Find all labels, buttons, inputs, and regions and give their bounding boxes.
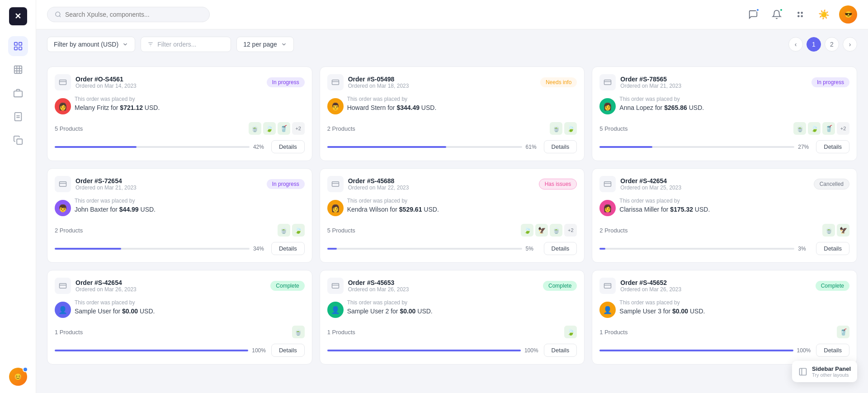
order-id: Order #O-S4561 <box>75 76 137 83</box>
order-placer-text: This order was placed by Kendra Wilson f… <box>347 198 439 218</box>
customer-avatar: 👩 <box>599 98 616 114</box>
order-info: Order #S-78565 Ordered on Mar 21, 2023 <box>620 76 681 89</box>
progress-bar-fill <box>327 350 521 351</box>
svg-rect-31 <box>332 182 339 187</box>
amount-filter[interactable]: Filter by amount (USD) <box>47 37 135 52</box>
details-button[interactable]: Details <box>816 344 849 357</box>
order-header: Order #S-45652 Ordered on Mar 26, 2023 C… <box>599 278 849 294</box>
svg-rect-33 <box>604 182 611 187</box>
order-placer-text: This order was placed by Sample User 2 f… <box>347 299 433 320</box>
sidebar-item-grid[interactable] <box>8 60 28 80</box>
notification-button[interactable] <box>769 6 785 23</box>
order-header-left: Order #O-S4561 Ordered on Mar 14, 2023 <box>55 74 137 90</box>
product-thumbnail: 🍵 <box>822 224 835 237</box>
order-placer: 👤 This order was placed by Sample User 2… <box>327 299 577 320</box>
progress-section: 61% <box>327 144 538 150</box>
order-info: Order #S-45652 Ordered on Mar 26, 2023 <box>620 279 681 293</box>
progress-percent: 100% <box>524 347 538 354</box>
product-thumbnails: 🍃🦅🍵+2 <box>521 224 577 237</box>
order-card: Order #O-S4561 Ordered on Mar 14, 2023 I… <box>47 66 312 161</box>
order-info: Order #S-05498 Ordered on Mar 18, 2023 <box>348 76 409 89</box>
svg-point-19 <box>801 15 802 17</box>
svg-point-18 <box>798 15 799 17</box>
status-badge: Needs info <box>540 77 577 87</box>
svg-rect-35 <box>60 284 66 289</box>
details-button[interactable]: Details <box>816 140 849 153</box>
progress-bar-track <box>327 146 522 148</box>
details-button[interactable]: Details <box>544 140 577 153</box>
order-id: Order #S-42654 <box>75 279 137 286</box>
prev-page-button[interactable]: ‹ <box>788 37 803 52</box>
progress-section: 100% <box>327 347 538 354</box>
svg-rect-10 <box>14 113 21 121</box>
app-logo[interactable]: ✕ <box>9 7 27 25</box>
progress-bar-fill <box>599 350 793 351</box>
sidebar-item-document[interactable] <box>8 107 28 127</box>
svg-rect-37 <box>332 284 339 289</box>
status-badge: Complete <box>816 281 849 291</box>
svg-rect-39 <box>604 284 611 289</box>
topbar-right: ☀️ 😎 <box>745 5 857 24</box>
details-button[interactable]: Details <box>816 242 849 255</box>
progress-bar-track <box>55 350 248 351</box>
customer-avatar: 👤 <box>55 302 71 318</box>
status-badge: In progress <box>267 77 305 87</box>
order-icon <box>55 176 71 192</box>
order-header: Order #O-S4561 Ordered on Mar 14, 2023 I… <box>55 74 305 90</box>
order-amount: Anna Lopez for $265.86 USD. <box>619 104 704 111</box>
amount-filter-label: Filter by amount (USD) <box>54 41 118 48</box>
progress-percent: 34% <box>253 246 266 252</box>
page-2-button[interactable]: 2 <box>825 37 839 52</box>
details-button[interactable]: Details <box>271 140 305 153</box>
order-info: Order #S-45688 Ordered on Mar 22, 2023 <box>348 177 409 191</box>
product-thumbnail: 🍃 <box>263 122 276 135</box>
search-icon <box>55 11 61 18</box>
product-count: 2 Products <box>327 125 355 132</box>
order-date: Ordered on Mar 22, 2023 <box>348 185 409 191</box>
sidebar-panel-title: Sidebar Panel <box>812 365 851 372</box>
chat-button[interactable] <box>745 6 761 23</box>
order-placer-text: This order was placed by Sample User for… <box>75 299 155 320</box>
product-count: 5 Products <box>55 125 83 132</box>
order-amount: Kendra Wilson for $529.61 USD. <box>347 206 439 213</box>
order-header-left: Order #S-42654 Ordered on Mar 26, 2023 <box>55 278 137 294</box>
progress-section: 27% <box>599 144 811 150</box>
apps-button[interactable] <box>792 6 808 23</box>
sidebar-item-briefcase[interactable] <box>8 83 28 103</box>
details-button[interactable]: Details <box>544 344 577 357</box>
details-button[interactable]: Details <box>271 242 305 255</box>
order-icon <box>599 176 616 192</box>
next-page-button[interactable]: › <box>843 37 857 52</box>
order-placer: 👨 This order was placed by Howard Stern … <box>327 96 577 117</box>
sidebar-item-dashboard[interactable] <box>8 36 28 56</box>
sidebar-avatar[interactable]: 😊 <box>9 368 27 386</box>
product-count: 1 Products <box>599 329 627 336</box>
sidebar-panel-tooltip[interactable]: Sidebar Panel Try other layouts <box>792 361 857 382</box>
progress-bar-track <box>599 248 794 250</box>
customer-avatar: 👨 <box>327 98 344 114</box>
details-button[interactable]: Details <box>544 242 577 255</box>
customer-avatar: 👦 <box>55 200 71 216</box>
chevron-down-icon <box>122 41 128 47</box>
order-placer: 👤 This order was placed by Sample User 3… <box>599 299 849 320</box>
search-input[interactable] <box>65 11 202 18</box>
placed-by-label: This order was placed by <box>75 198 156 204</box>
order-placer-text: This order was placed by Sample User 3 f… <box>619 299 705 320</box>
order-products: 5 Products 🍵🍃🥤+2 <box>599 122 849 135</box>
svg-rect-2 <box>14 47 17 50</box>
orders-filter[interactable]: Filter orders... <box>141 37 231 52</box>
order-footer: 100% Details <box>599 344 849 357</box>
page-1-button[interactable]: 1 <box>807 37 821 52</box>
order-id: Order #S-05498 <box>348 76 409 83</box>
progress-bar-track <box>599 146 794 148</box>
sidebar-item-copy[interactable] <box>8 130 28 150</box>
order-placer: 👦 This order was placed by John Baxter f… <box>55 198 305 218</box>
order-icon <box>55 74 71 90</box>
per-page-select[interactable]: 12 per page <box>236 37 294 52</box>
theme-toggle[interactable]: ☀️ <box>816 6 832 23</box>
search-box[interactable] <box>47 7 210 22</box>
details-button[interactable]: Details <box>271 344 305 357</box>
order-header: Order #S-05498 Ordered on Mar 18, 2023 N… <box>327 74 577 90</box>
user-avatar[interactable]: 😎 <box>839 5 857 24</box>
progress-bar-fill <box>55 146 137 148</box>
